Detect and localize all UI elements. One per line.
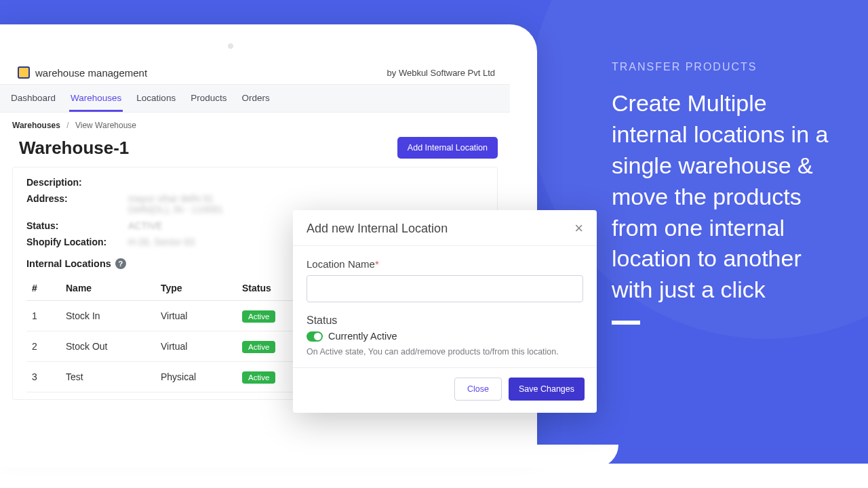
cell-name: Stock In (60, 301, 155, 331)
nav-products[interactable]: Products (189, 85, 228, 112)
modal-header: Add new Internal Location × (293, 210, 597, 246)
breadcrumb: Warehouses / View Warehouse (0, 113, 510, 134)
marketing-underline (612, 321, 640, 325)
app-header: warehouse management by Webkul Software … (0, 60, 510, 84)
nav-orders[interactable]: Orders (240, 85, 271, 112)
cell-type: Virtual (155, 301, 237, 331)
help-icon[interactable]: ? (115, 258, 126, 269)
breadcrumb-sep: / (66, 121, 68, 130)
breadcrumb-current: View Warehouse (75, 121, 136, 130)
status-badge: Active (242, 371, 275, 384)
label-description: Description: (26, 177, 128, 188)
status-badge: Active (242, 341, 275, 353)
label-address: Address: (26, 193, 128, 215)
device-base (0, 445, 618, 468)
cell-name: Test (60, 362, 155, 392)
add-location-modal: Add new Internal Location × Location Nam… (293, 210, 597, 413)
breadcrumb-root[interactable]: Warehouses (12, 121, 60, 130)
location-name-label: Location Name* (307, 258, 583, 270)
marketing-panel: TRANSFER PRODUCTS Create Multiple intern… (612, 61, 829, 325)
status-hint: On Active state, You can add/remove prod… (307, 347, 583, 357)
label-shopify-location: Shopify Location: (26, 237, 128, 247)
col-name: Name (60, 276, 155, 301)
add-internal-location-button[interactable]: Add Internal Location (397, 137, 498, 159)
value-shopify-location: H-28, Sector 63 (128, 237, 195, 247)
location-name-input[interactable] (307, 275, 583, 302)
status-toggle-row: Currently Active (307, 331, 583, 342)
app-title: warehouse management (18, 66, 147, 79)
main-nav: Dashboard Warehouses Locations Products … (0, 84, 510, 113)
cell-type: Physical (155, 362, 237, 392)
required-asterisk: * (375, 258, 379, 270)
page-header: Warehouse-1 Add Internal Location (0, 134, 510, 167)
label-status: Status: (26, 220, 128, 231)
modal-title: Add new Internal Location (307, 222, 448, 236)
nav-dashboard[interactable]: Dashboard (9, 85, 57, 112)
cell-index: 1 (26, 301, 60, 331)
cell-index: 2 (26, 331, 60, 362)
vendor-label: by Webkul Software Pvt Ltd (387, 68, 495, 78)
cell-name: Stock Out (60, 331, 155, 362)
col-type: Type (155, 276, 237, 301)
col-index: # (26, 276, 60, 301)
value-status: ACTIVE (128, 220, 163, 231)
modal-body: Location Name* Status Currently Active O… (293, 246, 597, 367)
camera-dot (228, 43, 233, 49)
internal-locations-title: Internal Locations (26, 258, 111, 269)
cell-type: Virtual (155, 331, 237, 362)
modal-footer: Close Save Changes (293, 367, 597, 413)
close-button[interactable]: Close (454, 378, 502, 401)
nav-warehouses[interactable]: Warehouses (69, 85, 123, 112)
save-changes-button[interactable]: Save Changes (509, 378, 585, 401)
nav-locations[interactable]: Locations (135, 85, 177, 112)
marketing-headline: Create Multiple internal locations in a … (612, 88, 829, 306)
app-name: warehouse management (35, 67, 147, 79)
status-toggle[interactable] (307, 331, 323, 342)
app-logo-icon (18, 66, 30, 79)
status-section-label: Status (307, 314, 583, 327)
cell-index: 3 (26, 362, 60, 392)
page-title: Warehouse-1 (19, 138, 129, 159)
value-address-1: mayur vihar delhi 91 (128, 193, 223, 204)
location-name-label-text: Location Name (307, 258, 375, 270)
status-badge: Active (242, 310, 275, 323)
marketing-eyebrow: TRANSFER PRODUCTS (612, 61, 829, 73)
status-toggle-text: Currently Active (328, 331, 397, 342)
close-icon[interactable]: × (574, 221, 583, 236)
value-address-2: Delhi(DL), IN - 110091 (128, 204, 223, 215)
